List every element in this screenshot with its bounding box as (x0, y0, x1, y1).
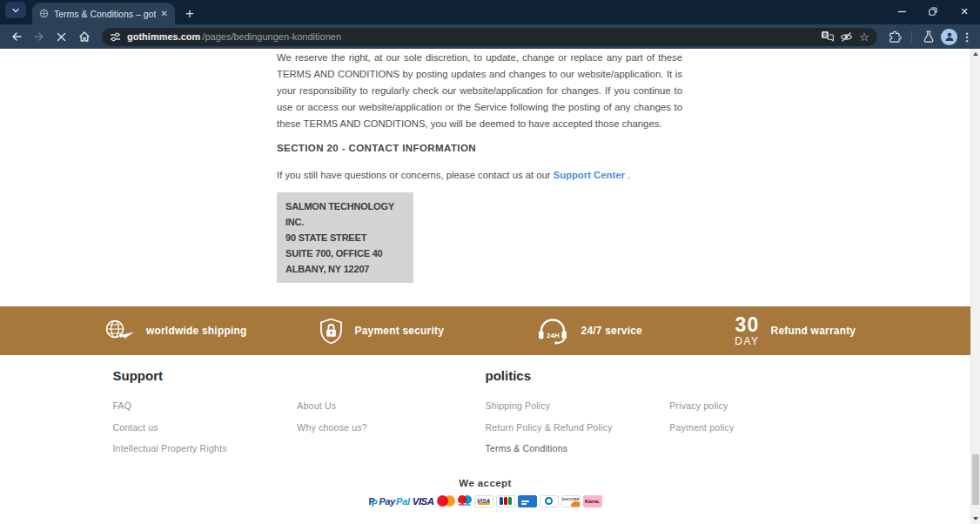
url-domain: gothimmes.com (127, 31, 200, 42)
feature-label: 24/7 service (581, 325, 642, 337)
address-line: 90 STATE STREET (285, 230, 405, 245)
feature-label: Refund warranty (771, 325, 856, 337)
klarna-icon: Klarna. (583, 495, 602, 507)
site-footer: Support FAQ Contact us Intellectual Prop… (0, 355, 970, 524)
extensions-icon[interactable] (885, 27, 905, 47)
svg-text:24H: 24H (547, 332, 560, 339)
page-favicon (39, 9, 49, 18)
jcb-icon (496, 495, 515, 507)
address-line: SUITE 700, OFFICE 40 (285, 245, 405, 261)
support-center-link[interactable]: Support Center (554, 170, 625, 180)
feature-247-service: 24H 24/7 service (486, 315, 693, 346)
scrollbar-down-arrow[interactable] (971, 514, 980, 524)
site-info-icon[interactable] (110, 31, 121, 43)
feature-label: Payment security (354, 325, 444, 337)
contact-suffix: . (628, 170, 630, 180)
back-button[interactable] (6, 27, 26, 47)
profile-avatar[interactable] (941, 29, 957, 45)
bookmark-star-icon[interactable]: ☆ (859, 31, 869, 43)
address-bar[interactable]: gothimmes.com /pages/bedingungen-konditi… (102, 28, 877, 46)
new-tab-button[interactable]: + (185, 6, 194, 21)
tab-close-button[interactable]: ✕ (161, 10, 168, 18)
paypal-icon: PPPayPal (368, 495, 409, 507)
footer-link-contact-us[interactable]: Contact us (113, 417, 298, 439)
home-button[interactable] (74, 27, 94, 47)
url-path: /pages/bedingungen-konditionen (202, 31, 341, 42)
globe-plane-icon (104, 318, 135, 344)
browser-window: Terms & Conditions – gothimm ✕ + ✕ gothi… (0, 0, 980, 524)
maestro-icon: maestro (458, 495, 472, 507)
feature-payment-security: Payment security (279, 315, 486, 346)
payment-methods-row: PPPayPal VISA maestro VISA DISCOVER Klar… (113, 495, 858, 507)
address-line: ALBANY, NY 12207 (285, 261, 405, 277)
tab-title: Terms & Conditions – gothimm (54, 9, 156, 19)
feature-refund-warranty: 30 DAY Refund warranty (692, 315, 899, 346)
browser-toolbar: gothimmes.com /pages/bedingungen-konditi… (0, 24, 980, 49)
scrollbar-thumb[interactable] (972, 454, 979, 505)
visa-card-icon: VISA (474, 495, 493, 507)
tab-strip: Terms & Conditions – gothimm ✕ + ✕ (0, 0, 980, 24)
headset-24h-icon: 24H (535, 318, 570, 345)
browser-menu-icon[interactable]: ⋮ (960, 30, 974, 44)
we-accept-heading: We accept (113, 478, 858, 488)
feature-worldwide-shipping: worldwide shipping (72, 315, 279, 346)
tab-search-button[interactable] (5, 2, 26, 18)
toolbar-separator (911, 30, 912, 43)
terms-content: We reserve the right, at our sole discre… (277, 49, 682, 283)
shield-lock-icon (319, 318, 343, 345)
close-button[interactable]: ✕ (949, 0, 980, 23)
page-viewport: We reserve the right, at our sole discre… (0, 49, 980, 524)
eye-off-icon[interactable] (840, 31, 853, 43)
browser-tab[interactable]: Terms & Conditions – gothimm ✕ (32, 3, 175, 24)
footer-link-intellectual-property[interactable]: Intellectual Property Rights (113, 438, 298, 460)
footer-link-privacy-policy[interactable]: Privacy policy (669, 395, 854, 417)
scrollbar[interactable] (970, 49, 980, 524)
translate-icon[interactable] (821, 30, 834, 43)
section-heading: SECTION 20 - CONTACT INFORMATION (277, 140, 682, 157)
restore-button[interactable] (917, 0, 949, 23)
footer-link-terms-conditions[interactable]: Terms & Conditions (486, 438, 670, 460)
chevron-down-icon (11, 6, 20, 15)
visa-icon: VISA (413, 495, 434, 507)
company-address-box: SALMON TECHNOLOGY INC. 90 STATE STREET S… (277, 192, 413, 283)
contact-line: If you still have questions or concerns,… (277, 167, 682, 184)
minimize-button[interactable] (886, 0, 917, 23)
support-heading: Support (113, 368, 486, 384)
window-controls: ✕ (886, 0, 980, 23)
politics-heading: politics (486, 368, 858, 384)
amex-icon (518, 495, 537, 507)
footer-link-shipping-policy[interactable]: Shipping Policy (486, 395, 670, 417)
discover-icon: DISCOVER (561, 495, 581, 507)
mastercard-icon (437, 495, 455, 507)
scrollbar-up-arrow[interactable] (971, 49, 980, 59)
flask-icon[interactable] (918, 27, 938, 47)
contact-prefix: If you still have questions or concerns,… (277, 170, 551, 180)
terms-paragraph: We reserve the right, at our sole discre… (277, 50, 682, 132)
footer-politics-section: politics Shipping Policy Return Policy &… (486, 368, 858, 460)
diners-club-icon (540, 495, 559, 507)
footer-support-section: Support FAQ Contact us Intellectual Prop… (113, 368, 486, 460)
forward-button[interactable] (29, 27, 49, 47)
footer-link-faq[interactable]: FAQ (113, 395, 298, 417)
footer-link-about-us[interactable]: About Us (297, 395, 481, 417)
address-line: SALMON TECHNOLOGY INC. (285, 198, 405, 230)
footer-link-payment-policy[interactable]: Payment policy (669, 417, 854, 439)
stop-button[interactable] (51, 27, 71, 47)
footer-link-return-policy[interactable]: Return Policy & Refund Policy (486, 417, 670, 439)
footer-link-why-choose-us[interactable]: Why choose us? (297, 417, 481, 439)
features-bar: worldwide shipping Payment security (0, 306, 970, 355)
thirty-day-icon: 30 DAY (735, 315, 759, 346)
feature-label: worldwide shipping (146, 325, 247, 337)
